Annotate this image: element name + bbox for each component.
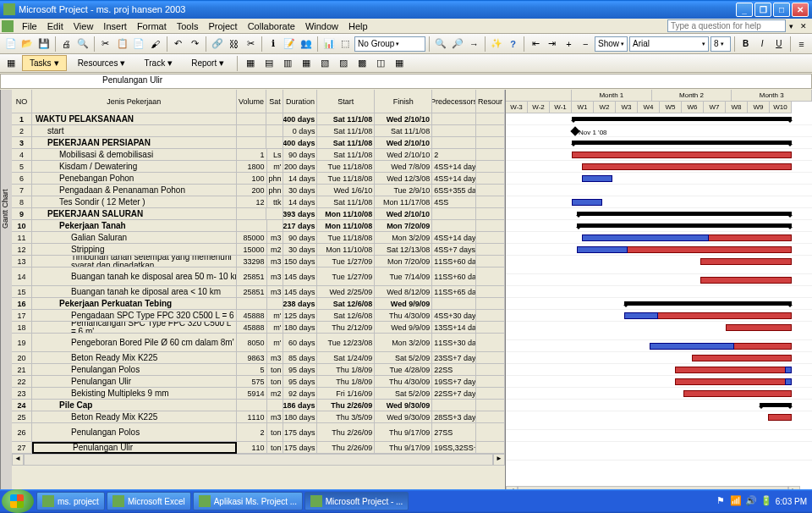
table-cell[interactable]: Pemancangan SPC Type FPC 320 C500 L = 6 … (32, 322, 237, 334)
table-cell[interactable]: Pengadaan SPC Type FPC 320 C500 L = 6 m' (32, 310, 237, 322)
unlink-button[interactable]: ⛓ (227, 36, 242, 52)
gantt-bar[interactable] (572, 141, 792, 145)
week-header[interactable]: W4 (638, 102, 660, 113)
zoom-in-button[interactable]: 🔍 (433, 36, 448, 52)
new-button[interactable]: 📄 (3, 36, 19, 52)
table-cell[interactable]: Sat 11/1/08 (375, 125, 432, 137)
table-cell[interactable]: Wed 9/9/09 (375, 322, 432, 334)
group-button[interactable]: ⬚ (337, 36, 353, 52)
table-cell[interactable]: 575 (237, 376, 267, 388)
report-tab[interactable]: Report ▾ (184, 55, 232, 71)
table-cell[interactable]: 13 (12, 256, 32, 268)
table-cell[interactable] (266, 137, 283, 149)
table-cell[interactable]: 5914 (237, 388, 267, 400)
table-cell[interactable] (476, 173, 505, 185)
views-button[interactable]: ▦ (3, 56, 19, 71)
copy-button[interactable]: 📋 (115, 36, 130, 52)
table-cell[interactable]: 14 days (283, 173, 317, 185)
table-cell[interactable]: Mon 7/20/09 (375, 256, 432, 268)
table-cell[interactable]: 85000 (237, 232, 267, 244)
project-icon[interactable] (2, 20, 14, 32)
table-cell[interactable]: Beton Ready Mix K225 (32, 411, 237, 423)
format-painter-button[interactable]: 🖌 (148, 36, 163, 52)
help-dropdown-arrow[interactable]: ▾ (786, 22, 797, 30)
table-cell[interactable]: Stripping (32, 244, 237, 256)
table-cell[interactable]: phn (267, 173, 284, 185)
table-row[interactable]: 12Stripping15000m230 daysMon 11/10/08Sat… (12, 244, 505, 256)
table-cell[interactable]: 92 days (283, 388, 317, 400)
menu-project[interactable]: Project (203, 19, 242, 33)
table-cell[interactable]: Wed 2/25/09 (317, 286, 375, 298)
table-cell[interactable]: 19SS,32SS+7 days (432, 442, 476, 454)
grid-scroll-track[interactable] (24, 454, 493, 466)
table-cell[interactable]: Tue 11/18/08 (317, 161, 375, 173)
vb-btn6[interactable]: ▨ (336, 56, 351, 71)
table-cell[interactable]: 25851 (237, 286, 267, 298)
table-cell[interactable]: Galian Saluran (32, 232, 237, 244)
table-cell[interactable]: m' (267, 322, 284, 334)
table-cell[interactable]: Tue 1/27/09 (317, 256, 375, 268)
table-cell[interactable]: 90 days (283, 232, 317, 244)
table-cell[interactable] (476, 423, 505, 442)
table-cell[interactable]: m3 (267, 352, 284, 364)
gantt-bar[interactable] (572, 152, 792, 158)
table-cell[interactable]: 100 (237, 173, 267, 185)
table-cell[interactable]: Penulangan Ulir (32, 376, 237, 388)
table-cell[interactable]: Wed 8/12/09 (375, 286, 432, 298)
col-predecessors[interactable]: Predecessors (432, 90, 476, 113)
undo-button[interactable]: ↶ (171, 36, 186, 52)
table-row[interactable]: 27Penulangan Ulir110ton175 daysThu 2/26/… (12, 442, 505, 454)
table-cell[interactable]: Buangan tanah ke disposal area 50 m- 10 … (32, 268, 237, 286)
table-cell[interactable] (476, 232, 505, 244)
month-header[interactable]: Month 1 (572, 90, 652, 102)
table-cell[interactable]: 30 days (283, 244, 317, 256)
table-cell[interactable]: 25851 (237, 268, 267, 286)
gantt-bar[interactable] (572, 117, 792, 121)
table-cell[interactable]: Wed 1/6/10 (317, 185, 375, 196)
show-dropdown[interactable]: Show▾ (595, 36, 628, 52)
table-cell[interactable]: Tue 1/27/09 (317, 268, 375, 286)
maximize-button[interactable]: □ (773, 3, 790, 17)
grid-scroll-right[interactable]: ► (493, 454, 505, 466)
table-cell[interactable] (266, 113, 283, 125)
gantt-bar[interactable] (582, 163, 792, 170)
month-header[interactable]: Month 3 (732, 90, 812, 102)
table-cell[interactable]: Ls (267, 149, 284, 161)
table-cell[interactable]: 4SS+14 days (432, 232, 476, 244)
table-cell[interactable]: 11SS+30 days (432, 334, 476, 352)
restore-button[interactable]: ❐ (754, 3, 771, 17)
table-cell[interactable]: Sat 11/1/08 (317, 125, 375, 137)
gantt-bar[interactable] (700, 258, 792, 265)
menu-file[interactable]: File (17, 19, 42, 33)
table-cell[interactable]: Wed 9/30/09 (375, 400, 432, 411)
table-cell[interactable]: Penulangan Polos (32, 423, 237, 442)
table-cell[interactable] (237, 208, 267, 220)
table-cell[interactable]: Fri 1/16/09 (317, 388, 375, 400)
table-cell[interactable]: m3 (267, 411, 284, 423)
table-cell[interactable]: 8050 (237, 334, 267, 352)
gantt-bar[interactable] (675, 378, 792, 385)
table-cell[interactable]: 180 days (283, 411, 317, 423)
bold-button[interactable]: B (738, 36, 754, 52)
col-task[interactable]: Jenis Pekerjaan (32, 90, 237, 113)
table-cell[interactable]: Thu 1/8/09 (317, 364, 375, 376)
menu-tools[interactable]: Tools (172, 19, 204, 33)
table-cell[interactable] (267, 220, 284, 232)
table-cell[interactable] (476, 244, 505, 256)
table-cell[interactable]: 4SS+14 days (432, 173, 476, 185)
underline-button[interactable]: U (771, 36, 787, 52)
table-cell[interactable]: Tue 4/28/09 (375, 364, 432, 376)
table-cell[interactable]: Kisdam / Dewatering (32, 161, 237, 173)
zoom-out-button[interactable]: 🔎 (450, 36, 465, 52)
gantt-bar[interactable] (624, 301, 792, 306)
track-tab[interactable]: Track ▾ (137, 55, 181, 71)
table-cell[interactable]: Timbunan tanah setempat yang memenuhi sy… (32, 256, 237, 268)
link-button[interactable]: 🔗 (210, 36, 225, 52)
table-cell[interactable]: 85 days (283, 352, 317, 364)
table-cell[interactable]: 45888 (237, 310, 267, 322)
table-cell[interactable]: 12 (12, 244, 32, 256)
table-cell[interactable] (432, 298, 476, 310)
table-cell[interactable] (476, 208, 505, 220)
table-cell[interactable] (267, 400, 284, 411)
table-cell[interactable]: m2 (267, 244, 284, 256)
